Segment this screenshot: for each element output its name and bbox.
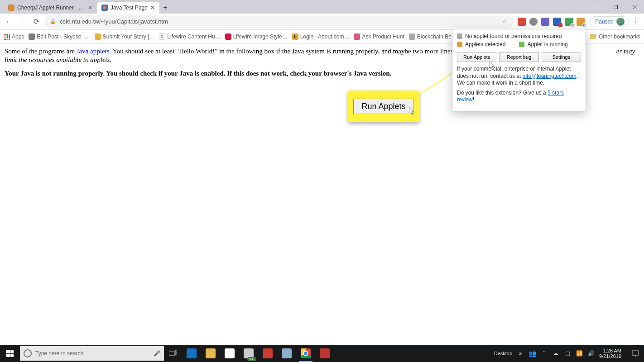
cheerpj-popup: No applet found or permissions required … xyxy=(452,29,586,111)
close-icon[interactable]: ✕ xyxy=(88,5,92,11)
text: Do you like this extension? Give us a xyxy=(457,90,548,96)
extension-icon[interactable] xyxy=(518,18,526,26)
text: ! xyxy=(473,96,474,103)
taskbar-store[interactable] xyxy=(220,345,239,362)
java-applets-link[interactable]: Java applets xyxy=(77,48,110,55)
close-window-button[interactable] xyxy=(625,0,644,14)
star-icon[interactable]: ☆ xyxy=(502,18,508,25)
chevron-up-icon[interactable]: ˄ xyxy=(540,350,548,357)
bookmark-label: Login - About.com… xyxy=(300,33,350,40)
taskbar-search[interactable]: Type here to search 🎤 xyxy=(20,346,164,361)
bookmark-icon xyxy=(354,33,360,40)
taskbar-notepad[interactable] xyxy=(277,345,296,362)
forward-button[interactable]: → xyxy=(17,16,28,27)
run-applets-callout-button[interactable]: Run Applets xyxy=(353,99,414,114)
close-icon[interactable]: ✕ xyxy=(150,5,155,11)
bookmark-icon xyxy=(95,33,101,40)
onedrive-icon[interactable]: ☁ xyxy=(552,350,559,357)
text: . You should see at least "Hello World!"… xyxy=(110,48,457,55)
taskbar-explorer[interactable] xyxy=(201,345,220,362)
bookmark-label: Lifewire Content Hu… xyxy=(167,33,220,40)
extension-icon[interactable] xyxy=(529,18,538,26)
extension-icon[interactable] xyxy=(553,18,561,26)
popup-button-row: Run Applets Report bug Settings xyxy=(457,52,581,62)
bookmark-label: Submit Your Story |… xyxy=(103,33,155,40)
cortana-icon xyxy=(24,349,32,357)
apps-button[interactable]: Apps xyxy=(4,33,24,40)
minimize-button[interactable] xyxy=(587,0,606,14)
taskbar-edge[interactable] xyxy=(182,345,201,362)
folder-icon xyxy=(590,34,596,39)
avatar xyxy=(616,18,625,26)
bookmark-item[interactable]: Edit Post ‹ Skyose -… xyxy=(29,33,90,40)
taskbar-chrome[interactable] xyxy=(296,345,315,362)
new-tab-button[interactable]: + xyxy=(159,2,171,14)
bookmark-item[interactable]: Lifewire Image Style… xyxy=(225,33,288,40)
taskbar-vivaldi[interactable] xyxy=(258,345,277,362)
status-text: No applet found or permissions required xyxy=(465,33,562,39)
bookmark-item[interactable]: Blockchain Be xyxy=(409,33,452,40)
contact-email-link[interactable]: info@leaningtech.com xyxy=(523,73,577,79)
notepad-icon xyxy=(282,348,292,358)
window-controls xyxy=(587,0,644,14)
edge-icon xyxy=(187,348,197,358)
maximize-button[interactable] xyxy=(606,0,625,14)
svg-rect-8 xyxy=(175,353,177,355)
reload-button[interactable]: ⟳ xyxy=(31,16,42,27)
status-badge-icon xyxy=(457,42,462,47)
taskbar-mail[interactable]: 99+ xyxy=(239,345,258,362)
desktop-toolbar[interactable]: Desktop xyxy=(494,351,512,356)
text: . xyxy=(110,56,112,63)
bookmark-item[interactable]: GLifewire Content Hu… xyxy=(159,33,220,40)
settings-button[interactable]: Settings xyxy=(542,52,581,62)
lock-icon: 🔒 xyxy=(50,19,56,24)
bookmark-icon: G xyxy=(159,33,165,40)
time-text: 1:26 AM xyxy=(599,348,621,353)
tab-java-test[interactable]: Java Test Page ✕ xyxy=(97,2,159,14)
report-bug-button[interactable]: Report bug xyxy=(499,52,538,62)
bookmark-label: Blockchain Be xyxy=(417,33,452,40)
omnibox[interactable]: 🔒 csie.ntu.edu.tw/~lyuu/Capitals/javatst… xyxy=(44,15,513,28)
annotation-highlight: Run Applets xyxy=(348,90,419,122)
tab-favicon xyxy=(8,5,14,11)
store-icon xyxy=(225,348,235,358)
start-button[interactable] xyxy=(0,345,20,362)
tab-title: Java Test Page xyxy=(111,5,148,11)
people-icon[interactable]: 👥 xyxy=(529,350,536,357)
bookmark-label: Ask Product Hunt xyxy=(362,33,404,40)
back-button[interactable]: ← xyxy=(4,16,14,27)
other-bookmarks[interactable]: Other bookmarks xyxy=(590,33,640,40)
task-view-button[interactable] xyxy=(164,350,182,357)
folder-icon xyxy=(206,348,216,358)
clock[interactable]: 1:26 AM 9/21/2019 xyxy=(599,348,624,359)
bookmark-item[interactable]: Submit Your Story |… xyxy=(95,33,155,40)
extension-icon[interactable] xyxy=(565,18,573,26)
volume-icon[interactable]: 🔊 xyxy=(587,350,595,357)
run-applets-button[interactable]: Run Applets xyxy=(457,52,496,62)
bookmark-item[interactable]: Ask Product Hunt xyxy=(354,33,404,40)
bookmark-icon: L xyxy=(292,33,298,40)
system-tray: Desktop » 👥 ˄ ☁ ▢ 📶 🔊 1:26 AM 9/21/2019 xyxy=(494,348,644,359)
wifi-icon[interactable]: 📶 xyxy=(576,350,583,357)
app-icon xyxy=(320,348,330,358)
action-center-icon[interactable] xyxy=(629,350,642,357)
mic-icon[interactable]: 🎤 xyxy=(154,350,160,357)
bookmark-item[interactable]: LLogin - About.com… xyxy=(292,33,350,40)
tab-cheerpj[interactable]: CheerpJ Applet Runner - Chrome ✕ xyxy=(4,2,97,14)
chevron-toolbar-icon[interactable]: » xyxy=(517,350,524,357)
battery-icon[interactable]: ▢ xyxy=(564,350,571,357)
apps-label: Apps xyxy=(12,33,24,40)
chrome-menu-button[interactable]: ⋮ xyxy=(631,17,640,26)
extension-icon[interactable] xyxy=(541,18,549,26)
profile-paused-chip[interactable]: Paused xyxy=(589,16,629,27)
svg-rect-7 xyxy=(175,350,177,352)
chrome-icon xyxy=(301,348,311,358)
svg-rect-6 xyxy=(169,351,174,356)
taskbar-app[interactable] xyxy=(315,345,334,362)
bookmark-icon xyxy=(29,33,35,40)
bookmark-label: Lifewire Image Style… xyxy=(233,33,288,40)
date-text: 9/21/2019 xyxy=(599,353,621,359)
cheerpj-extension-icon[interactable] xyxy=(577,18,585,26)
other-bookmarks-label: Other bookmarks xyxy=(599,33,640,40)
status-text: Applets detected xyxy=(465,41,505,48)
